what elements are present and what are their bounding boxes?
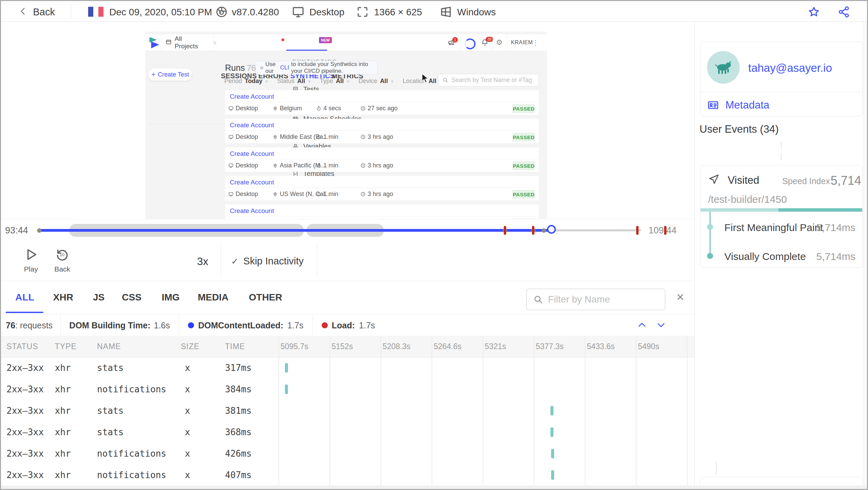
waterfall-bar xyxy=(285,385,288,394)
browser-version: v87.0.4280 xyxy=(232,7,279,18)
run-group[interactable]: Create Account Desktop Middle East (Ba..… xyxy=(225,119,539,143)
jump-prev-icon[interactable] xyxy=(636,320,648,332)
status-badge: PASSED xyxy=(512,133,535,142)
row-name: notifications xyxy=(97,384,166,394)
fmp-label: First Meaningful Paint xyxy=(724,222,823,233)
col-status: STATUS xyxy=(6,342,38,351)
nav-divider xyxy=(461,34,461,51)
run-group[interactable]: Create Account Desktop Asia Pacific (M..… xyxy=(225,147,539,172)
check-icon: ✓ xyxy=(231,256,239,266)
network-stats: 76: requests DOM Building Time:1.6s DOMC… xyxy=(1,314,694,337)
gear-icon[interactable]: ⚙ xyxy=(496,38,503,47)
network-row[interactable]: 2xx–3xx xhr notifications x 384ms xyxy=(1,379,694,400)
run-group[interactable]: Create Account Desktop Belgium 4 secs 27… xyxy=(225,90,539,115)
network-row[interactable]: 2xx–3xx xhr notifications x 426ms xyxy=(1,443,694,464)
runs-title: Runs xyxy=(225,63,245,73)
project-selector[interactable]: All Projects ∨ xyxy=(161,34,217,51)
visited-event-card[interactable]: Visited Speed Index 5,714 /test-builder/… xyxy=(700,165,863,268)
dom-content-loaded: DOMContentLoaded:1.7s xyxy=(179,314,312,336)
test-search-box[interactable]: Search by Test Name or #Tag xyxy=(438,74,539,86)
filter-type[interactable]: Type All∨ xyxy=(320,78,350,85)
back-10s-button[interactable]: 10 Back xyxy=(43,241,82,279)
waterfall-bar xyxy=(285,363,288,373)
run-name-link[interactable]: Create Account xyxy=(230,93,274,100)
country-flag-icon xyxy=(88,7,103,17)
run-group[interactable]: Create Account Desktop US West (N. Cal..… xyxy=(225,176,539,200)
tab-xhr[interactable]: XHR xyxy=(53,292,73,303)
share-icon[interactable] xyxy=(838,6,850,19)
row-time: 384ms xyxy=(225,384,252,394)
filter-status[interactable]: Status All∨ xyxy=(277,78,311,85)
seek-handle[interactable] xyxy=(547,225,556,234)
stopwatch-icon xyxy=(316,134,321,140)
row-name: notifications xyxy=(97,448,166,459)
kebab-menu-icon[interactable]: ⋮ xyxy=(532,38,539,47)
user-events-title: User Events (34) xyxy=(700,123,779,135)
speed-toggle[interactable]: 3x xyxy=(197,256,208,268)
pin-icon xyxy=(273,134,278,140)
tab-css[interactable]: CSS xyxy=(122,292,142,303)
row-type: xhr xyxy=(55,427,71,437)
tab-all[interactable]: ALL xyxy=(15,292,34,303)
card-divider xyxy=(701,92,862,92)
status-badge: PASSED xyxy=(512,104,535,113)
project-name: All Projects xyxy=(175,35,205,50)
active-tab-underline xyxy=(6,312,43,313)
browser-icon xyxy=(215,6,228,19)
network-filter-box[interactable]: Filter by Name xyxy=(526,289,665,310)
nav-divider xyxy=(213,34,214,51)
row-status: 2xx–3xx xyxy=(6,384,44,394)
tab-media[interactable]: MEDIA xyxy=(198,292,228,303)
dom-building-time: DOM Building Time:1.6s xyxy=(61,314,179,336)
viewport-resolution: 1366 × 625 xyxy=(374,7,422,18)
user-card: tahay@asayer.io Metadata xyxy=(700,42,863,116)
back-label: Back xyxy=(33,6,55,18)
cli-link[interactable]: CLI xyxy=(280,64,289,71)
run-name-link[interactable]: Create Account xyxy=(230,121,274,129)
vc-label: Visually Complete xyxy=(724,251,806,262)
filter-period[interactable]: Period Today∨ xyxy=(224,78,268,85)
bottom-strip xyxy=(1,486,867,489)
requests-count: 76: requests xyxy=(1,314,61,336)
close-icon[interactable]: ✕ xyxy=(676,291,685,303)
run-name-link[interactable]: Create Account xyxy=(230,207,274,215)
vertical-scrollbar[interactable] xyxy=(863,22,868,490)
status-badge: PASSED xyxy=(512,190,535,199)
favorite-star-icon[interactable] xyxy=(808,6,820,19)
create-test-button[interactable]: + Create Test xyxy=(148,68,192,81)
search-icon xyxy=(533,294,543,305)
monitor-icon xyxy=(228,163,234,168)
monitor-icon xyxy=(228,192,234,197)
network-row[interactable]: 2xx–3xx xhr stats x 381ms xyxy=(1,400,694,422)
loading-spinner-icon xyxy=(465,38,476,49)
row-type: xhr xyxy=(55,363,71,373)
row-time: 381ms xyxy=(225,406,252,416)
run-name-link[interactable]: Create Account xyxy=(230,150,274,158)
metadata-button[interactable]: Metadata xyxy=(707,99,769,111)
row-type: xhr xyxy=(55,406,71,416)
row-time: 368ms xyxy=(225,427,252,437)
user-email[interactable]: tahay@asayer.io xyxy=(748,62,832,75)
run-name-link[interactable]: Create Account xyxy=(230,179,274,186)
network-row[interactable]: 2xx–3xx xhr stats x 317ms xyxy=(1,357,694,379)
speed-index-value: 5,714 xyxy=(831,174,861,188)
tab-other[interactable]: OTHER xyxy=(249,292,282,303)
run-group[interactable]: Create Account Desktop Canada (Central) … xyxy=(225,205,539,219)
pin-icon xyxy=(273,163,278,168)
row-size: x xyxy=(185,448,190,459)
col-type: TYPE xyxy=(55,342,77,351)
jump-next-icon[interactable] xyxy=(655,320,667,332)
row-size: x xyxy=(185,384,190,394)
event-connector xyxy=(781,142,782,162)
search-icon xyxy=(443,77,448,83)
tab-img[interactable]: IMG xyxy=(162,292,180,303)
network-row[interactable]: 2xx–3xx xhr notifications x 407ms xyxy=(1,464,694,486)
network-row[interactable]: 2xx–3xx xhr stats x 368ms xyxy=(1,422,694,443)
user-menu[interactable]: KRAIEM xyxy=(511,39,533,46)
window-icon xyxy=(166,39,172,46)
row-size: x xyxy=(185,363,190,373)
skip-inactivity-toggle[interactable]: ✓ Skip Inactivity xyxy=(231,256,304,267)
filter-device[interactable]: Device All∨ xyxy=(358,78,394,85)
tab-js[interactable]: JS xyxy=(93,292,105,303)
back-button[interactable]: Back xyxy=(19,5,55,19)
